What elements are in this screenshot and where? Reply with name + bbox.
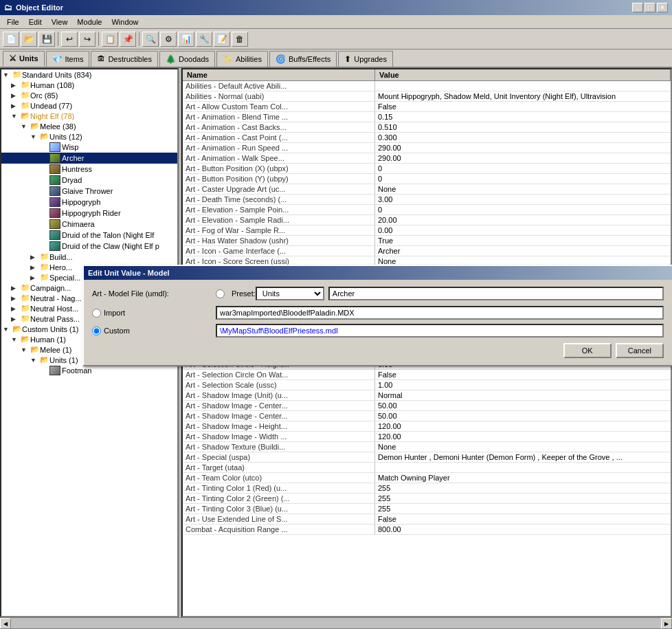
custom-label: Custom xyxy=(104,327,166,335)
ok-button[interactable]: OK xyxy=(563,343,612,358)
modal-overlay: Edit Unit Value - Model Art - Model File… xyxy=(0,0,672,629)
dialog-row-1: Art - Model File (umdl): Preset: Units H… xyxy=(92,287,664,300)
cancel-button[interactable]: Cancel xyxy=(616,343,664,358)
dialog-body: Art - Model File (umdl): Preset: Units H… xyxy=(84,280,672,365)
preset-value-input[interactable] xyxy=(328,287,664,300)
dialog-row-custom: Custom xyxy=(92,324,664,338)
radio-custom[interactable] xyxy=(92,327,101,335)
dialog-field-label: Art - Model File (umdl): xyxy=(92,289,216,298)
radio-import[interactable] xyxy=(92,309,101,318)
preset-select[interactable]: Units Heroes Buildings Custom xyxy=(256,287,324,300)
preset-label: Preset: xyxy=(232,289,256,298)
edit-unit-dialog: Edit Unit Value - Model Art - Model File… xyxy=(82,265,672,366)
radio-preset[interactable] xyxy=(216,289,225,298)
import-path-input[interactable] xyxy=(216,306,664,320)
dialog-buttons: OK Cancel xyxy=(92,343,664,358)
dialog-row-import: Import xyxy=(92,306,664,320)
dialog-title: Edit Unit Value - Model xyxy=(84,266,672,280)
custom-path-input[interactable] xyxy=(216,324,664,338)
import-label: Import xyxy=(104,309,166,317)
dialog-title-text: Edit Unit Value - Model xyxy=(88,269,170,277)
